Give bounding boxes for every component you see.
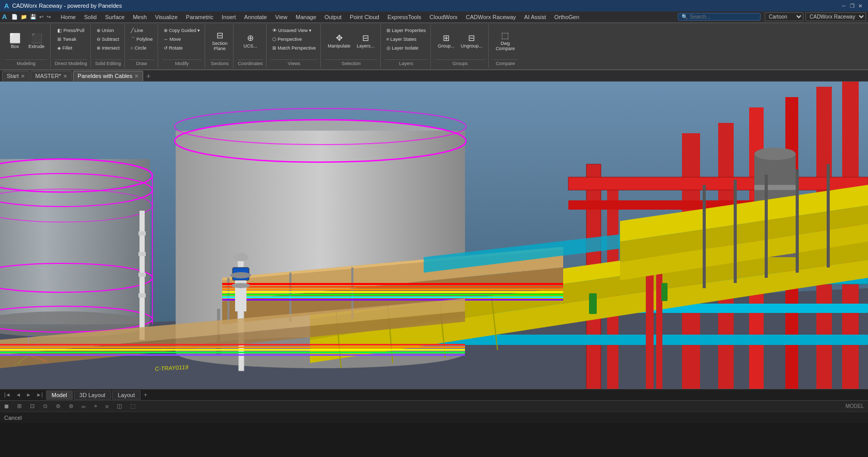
direct-btn2[interactable]: ⊞ Tweak <box>56 35 86 43</box>
menu-ai[interactable]: AI Assist <box>520 13 550 21</box>
menu-output[interactable]: Output <box>320 13 346 21</box>
svg-rect-88 <box>0 352 465 353</box>
status-snap-polar[interactable]: ⊙ <box>43 403 48 409</box>
layout-tab-layout[interactable]: Layout <box>112 390 141 400</box>
status-snap-osnap[interactable]: ⊚ <box>56 403 60 409</box>
ungroup-label: Ungroup... <box>461 43 483 49</box>
tab-master-close[interactable]: ✕ <box>63 73 67 79</box>
layer-properties-btn[interactable]: ⊞ Layer Properties <box>385 26 428 35</box>
status-selection[interactable]: ⬚ <box>130 403 135 409</box>
menu-insert[interactable]: Insert <box>218 13 240 21</box>
menu-solid[interactable]: Solid <box>80 13 101 21</box>
copy-guided-btn[interactable]: ⊕ Copy Guided ▾ <box>162 26 202 35</box>
menu-mesh[interactable]: Mesh <box>129 13 151 21</box>
minimize-button[interactable]: ─ <box>840 2 847 9</box>
menu-point-cloud[interactable]: Point Cloud <box>346 13 383 21</box>
command-line[interactable]: Cancel <box>0 412 868 423</box>
search-input[interactable] <box>690 14 752 20</box>
style-dropdown[interactable]: Cartoon Realistic Wireframe <box>765 12 803 21</box>
views-label: Views <box>271 59 318 67</box>
tab-master[interactable]: MASTER* ✕ <box>30 71 72 81</box>
qa-undo[interactable]: ↩ <box>38 13 45 20</box>
layers-button[interactable]: ⊟ Layers... <box>354 26 377 56</box>
perspective-btn[interactable]: ⬡ Perspective <box>271 35 318 43</box>
menu-cloudworx[interactable]: CloudWorx <box>425 13 461 21</box>
status-snap-grid[interactable]: ⊞ <box>17 403 22 409</box>
menu-view[interactable]: View <box>271 13 292 21</box>
tab-start-close[interactable]: ✕ <box>21 73 25 79</box>
menu-home[interactable]: Home <box>56 13 80 21</box>
svg-point-57 <box>234 253 248 261</box>
tab-start[interactable]: Start ✕ <box>2 71 29 81</box>
unsaved-view-btn[interactable]: 👁 Unsaved View ▾ <box>271 26 318 35</box>
rotate-btn[interactable]: ↺ Rotate <box>162 44 202 52</box>
qa-redo[interactable]: ↪ <box>45 13 52 20</box>
search-bar[interactable]: 🔍 <box>678 13 761 21</box>
tab-paneldes-close[interactable]: ✕ <box>134 73 138 79</box>
ribbon-group-groups: ⊞ Group... ⊟ Ungroup... Groups <box>432 24 489 68</box>
dwg-compare-label: DwgCompare <box>495 41 515 51</box>
status-transparency[interactable]: ◫ <box>117 403 122 409</box>
layout-nav-last[interactable]: ►| <box>34 391 45 398</box>
coordinates-label: Coordinates <box>238 59 263 67</box>
menu-annotate[interactable]: Annotate <box>240 13 271 21</box>
viewport-3d[interactable]: C-TRAY0119 Z X Y <box>0 82 868 389</box>
restore-button[interactable]: ❐ <box>848 2 856 9</box>
direct-btn3[interactable]: ◈ Fillet <box>56 44 86 52</box>
layer-iso-btn[interactable]: ◎ Layer Isolate <box>385 44 428 52</box>
line-btn[interactable]: ╱ Line <box>129 26 154 35</box>
section-plane-button[interactable]: ⊟ SectionPlane <box>209 26 230 56</box>
coord-content: ⊕ UCS... <box>240 25 260 59</box>
extrude-button[interactable]: ⬛ Extrude <box>26 26 47 56</box>
qa-save[interactable]: 💾 <box>28 13 38 20</box>
workspace-dropdown[interactable]: CADWorx Raceway <box>805 12 866 21</box>
layout-nav-prev[interactable]: ◄ <box>14 391 23 398</box>
status-snap-ortho[interactable]: ⊡ <box>30 403 35 409</box>
ribbon-group-direct: ◧ Press/Pull ⊞ Tweak ◈ Fillet Direct Mod… <box>52 24 91 68</box>
compare-label: Compare <box>493 59 518 67</box>
manipulate-button[interactable]: ✥ Manipulate <box>325 26 353 56</box>
sections-label: Sections <box>209 59 230 67</box>
search-icon: 🔍 <box>681 14 688 20</box>
box-button[interactable]: ⬜ Box <box>5 26 25 56</box>
match-perspective-btn[interactable]: ⊞ Match Perspective <box>271 44 318 52</box>
layout-nav-next[interactable]: ► <box>24 391 33 398</box>
ucs-button[interactable]: ⊕ UCS... <box>240 26 260 56</box>
solid-btn2[interactable]: ⊖ Subtract <box>95 35 121 43</box>
solid-btn3[interactable]: ⊗ Intersect <box>95 44 121 52</box>
qa-new[interactable]: 📄 <box>10 13 19 20</box>
status-lineweight[interactable]: ≡ <box>105 403 109 409</box>
menu-manage[interactable]: Manage <box>291 13 320 21</box>
solid-btn1[interactable]: ⊕ Union <box>95 26 121 35</box>
svg-rect-51 <box>222 296 563 298</box>
move-btn[interactable]: ↔ Move <box>162 35 202 43</box>
menu-visualize[interactable]: Visualize <box>151 13 182 21</box>
layout-tab-model[interactable]: Model <box>46 390 73 400</box>
menu-orthogen[interactable]: OrthoGen <box>550 13 583 21</box>
layout-tab-add[interactable]: + <box>142 391 149 399</box>
status-dynmode[interactable]: ⌖ <box>94 403 97 409</box>
ribbon-content: ⬜ Box ⬛ Extrude Modeling ◧ Press/Pull ⊞ … <box>0 23 868 69</box>
layer-state-btn[interactable]: ≡ Layer States <box>385 35 428 43</box>
qa-open[interactable]: 📁 <box>19 13 28 20</box>
menu-surface[interactable]: Surface <box>101 13 129 21</box>
menu-parametric[interactable]: Parametric <box>182 13 218 21</box>
status-snap-otrack[interactable]: ∞ <box>82 403 86 409</box>
layout-nav-first[interactable]: |◄ <box>2 391 13 398</box>
circle-btn[interactable]: ○ Circle <box>129 44 154 52</box>
status-snap-3dosnap[interactable]: ⊛ <box>69 403 73 409</box>
polyline-btn[interactable]: ⌒ Polyline <box>129 35 154 43</box>
direct-col: ◧ Press/Pull ⊞ Tweak ◈ Fillet <box>56 26 86 52</box>
menu-express[interactable]: ExpressTools <box>383 13 425 21</box>
group-button[interactable]: ⊞ Group... <box>435 26 457 56</box>
layout-tab-3d[interactable]: 3D Layout <box>74 390 111 400</box>
ungroup-icon: ⊟ <box>468 34 475 42</box>
groups-content: ⊞ Group... ⊟ Ungroup... <box>435 25 485 59</box>
menu-cadworx[interactable]: CADWorx Raceway <box>462 13 520 21</box>
direct-btn1[interactable]: ◧ Press/Pull <box>56 26 86 35</box>
tab-add-button[interactable]: + <box>144 72 152 80</box>
dwg-compare-button[interactable]: ⬚ DwgCompare <box>493 26 517 56</box>
ungroup-button[interactable]: ⊟ Ungroup... <box>458 26 485 56</box>
tab-paneldes[interactable]: Paneldes with Cables ✕ <box>73 71 143 81</box>
close-button[interactable]: ✕ <box>857 2 864 9</box>
